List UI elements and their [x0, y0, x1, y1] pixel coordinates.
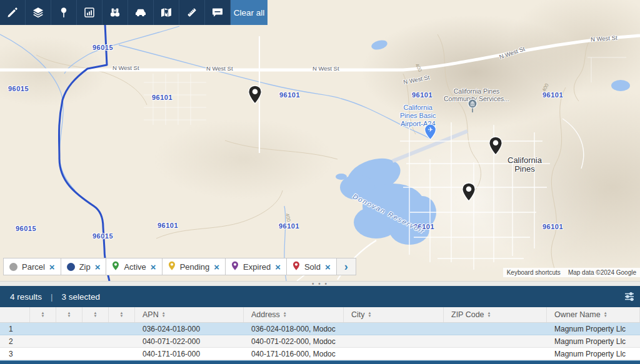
- more-filters-button[interactable]: ›: [336, 258, 356, 275]
- remove-filter-icon[interactable]: ×: [95, 262, 101, 272]
- zip-circle-icon: [67, 263, 75, 271]
- header-apn[interactable]: APN▲▼: [135, 307, 244, 322]
- filter-chip-pending[interactable]: Pending ×: [162, 258, 226, 275]
- active-pin-icon: [112, 261, 119, 273]
- map-view-tool-button[interactable]: [154, 0, 179, 25]
- pencil-icon: [6, 6, 19, 19]
- keyboard-shortcuts-link[interactable]: Keyboard shortcuts: [503, 268, 564, 277]
- header-sort-col-4[interactable]: ▲▼: [109, 307, 135, 322]
- map-canvas[interactable]: 96015 96015 96101 96101 96101 96101 9601…: [0, 0, 640, 281]
- pending-pin-icon: [168, 261, 176, 273]
- cell-owner: Magnum Property Llc: [547, 335, 640, 347]
- filter-chip-parcel[interactable]: Parcel ×: [3, 258, 61, 275]
- row-number: 1: [0, 323, 30, 335]
- sold-pin-icon: [292, 261, 300, 273]
- filter-chip-expired[interactable]: Expired ×: [225, 258, 287, 275]
- chip-label: Parcel: [22, 262, 45, 272]
- table-row[interactable]: 3 040-171-016-000 040-171-016-000, Modoc…: [0, 348, 640, 360]
- filter-chips-bar: Parcel × Zip × Active × Pending × Expire…: [4, 258, 356, 275]
- zip-label: 96015: [92, 232, 113, 240]
- filter-chip-sold[interactable]: Sold ×: [286, 258, 337, 275]
- table-settings-button[interactable]: [624, 291, 635, 302]
- cell-zip: [444, 323, 547, 335]
- header-address[interactable]: Address▲▼: [244, 307, 344, 322]
- table-row[interactable]: 1 036-024-018-000 036-024-018-000, Modoc…: [0, 323, 640, 335]
- results-bar: 4 results | 3 selected: [0, 286, 640, 307]
- remove-filter-icon[interactable]: ×: [325, 262, 331, 272]
- cell-zip: [444, 348, 547, 360]
- sort-icon: ▲▼: [41, 312, 45, 318]
- chip-label: Active: [124, 262, 146, 272]
- chat-icon: [211, 6, 224, 19]
- pin-tool-button[interactable]: [51, 0, 77, 25]
- town-label: California Pines: [508, 156, 542, 174]
- remove-filter-icon[interactable]: ×: [151, 262, 156, 272]
- table-row[interactable]: 2 040-071-022-000 040-071-022-000, Modoc…: [0, 335, 640, 348]
- cell-city: [344, 348, 444, 360]
- airport-pin-icon[interactable]: ✈: [424, 124, 437, 143]
- table-header: ▲▼ ▲▼ ▲▼ ▲▼ APN▲▼ Address▲▼ City▲▼ ZIP C…: [0, 307, 640, 323]
- sort-icon: ▲▼: [283, 312, 287, 318]
- chip-label: Sold: [304, 262, 321, 272]
- cell-apn: 036-024-018-000: [135, 323, 244, 335]
- results-divider: |: [51, 292, 53, 302]
- layers-tool-button[interactable]: [26, 0, 51, 25]
- header-sort-col-3[interactable]: ▲▼: [82, 307, 109, 322]
- cell-address: 040-171-016-000, Modoc: [244, 348, 344, 360]
- chip-label: Expired: [243, 262, 271, 272]
- header-sort-col-1[interactable]: ▲▼: [30, 307, 56, 322]
- remove-filter-icon[interactable]: ×: [214, 262, 219, 272]
- measure-tool-button[interactable]: [179, 0, 205, 25]
- zip-label: 96015: [16, 225, 36, 232]
- property-marker-pin[interactable]: [248, 85, 262, 107]
- search-area-tool-button[interactable]: [102, 0, 128, 25]
- zip-boundary-line: [59, 24, 109, 281]
- chevron-right-icon: ›: [344, 260, 348, 273]
- drive-time-tool-button[interactable]: [128, 0, 154, 25]
- selected-count: 3 selected: [62, 292, 101, 302]
- row-number: 3: [0, 348, 30, 360]
- sort-icon: ▲▼: [94, 312, 98, 318]
- cell-owner: Magnum Property Llc: [547, 348, 640, 360]
- header-select-column: [0, 307, 30, 322]
- filter-chip-zip[interactable]: Zip ×: [61, 258, 107, 275]
- road-label: N West St: [112, 64, 139, 71]
- panel-resize-splitter[interactable]: • • •: [0, 281, 640, 286]
- property-marker-pin[interactable]: [488, 136, 503, 158]
- cell-owner: Magnum Property Llc: [547, 323, 640, 335]
- zip-label: 96101: [158, 222, 178, 229]
- car-icon: [134, 6, 147, 19]
- header-city[interactable]: City▲▼: [344, 307, 444, 322]
- svg-text:✈: ✈: [428, 126, 432, 133]
- draw-tool-button[interactable]: [0, 0, 26, 25]
- cell-address: 040-071-022-000, Modoc: [244, 335, 344, 347]
- zip-label: 96101: [152, 94, 172, 101]
- cell-city: [344, 335, 444, 347]
- clear-all-button[interactable]: Clear all: [231, 0, 268, 25]
- zip-label: 96101: [542, 223, 563, 230]
- community-services-poi-icon[interactable]: [468, 99, 478, 117]
- map-copyright: Map data ©2024 Google: [564, 268, 640, 277]
- zip-label: 96101: [279, 222, 299, 230]
- stats-tool-button[interactable]: [77, 0, 102, 25]
- map-icon: [160, 6, 172, 19]
- remove-filter-icon[interactable]: ×: [275, 262, 281, 272]
- header-owner[interactable]: Owner Name▲▼: [547, 307, 640, 322]
- results-count: 4 results: [10, 292, 42, 302]
- zip-label: 96101: [279, 91, 300, 99]
- header-sort-col-2[interactable]: ▲▼: [56, 307, 82, 322]
- cell-apn: 040-071-022-000: [135, 335, 244, 347]
- comment-tool-button[interactable]: [205, 0, 231, 25]
- road-label: N West St: [206, 65, 233, 72]
- filter-chip-active[interactable]: Active ×: [106, 258, 162, 275]
- map-attribution: Keyboard shortcuts Map data ©2024 Google: [503, 268, 640, 277]
- cell-address: 036-024-018-000, Modoc: [244, 323, 344, 335]
- cell-city: [344, 323, 444, 335]
- header-zip[interactable]: ZIP Code▲▼: [444, 307, 547, 322]
- table-bottom-scrollbar[interactable]: [0, 360, 640, 364]
- property-marker-pin[interactable]: [461, 182, 476, 204]
- chip-label: Pending: [180, 262, 210, 272]
- zip-label: 96101: [412, 91, 432, 99]
- remove-filter-icon[interactable]: ×: [49, 262, 55, 272]
- layers-icon: [32, 6, 44, 19]
